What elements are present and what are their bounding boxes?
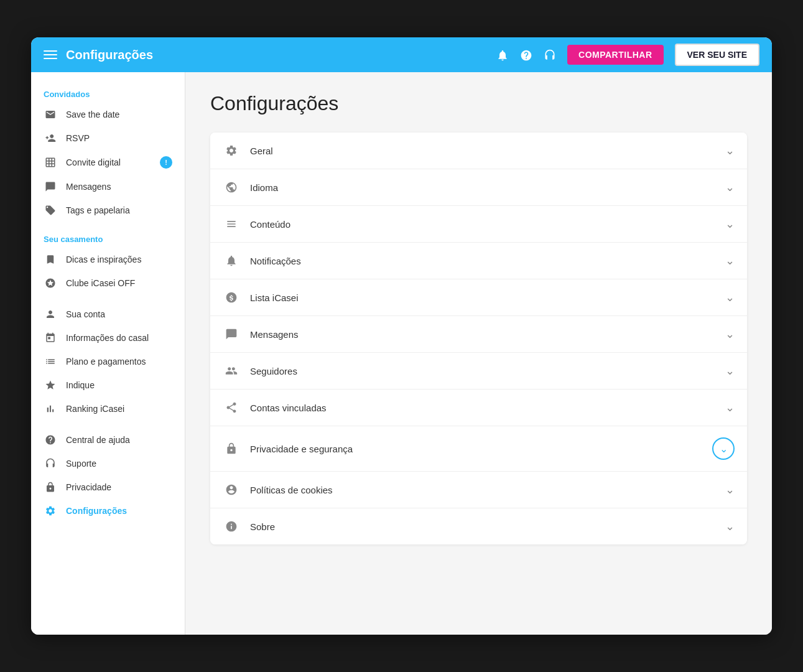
accordion-item-politicas-cookies[interactable]: Políticas de cookies ⌄ [210,472,747,508]
globe-icon [223,181,240,194]
accordion-label: Idioma [250,182,715,193]
calendar-icon [44,332,57,343]
person-circle-icon [223,483,240,496]
star-card-icon [44,278,57,289]
sidebar-section-guests: Convidados [31,85,185,103]
star-icon [44,380,57,391]
sidebar-item-save-the-date[interactable]: Save the date [31,103,185,126]
accordion-label: Lista iCasei [250,292,715,303]
sidebar-item-clube[interactable]: Clube iCasei OFF [31,271,185,295]
accordion-item-contas-vinculadas[interactable]: Contas vinculadas ⌄ [210,390,747,426]
lock-icon [44,482,57,493]
envelope-icon [44,109,57,120]
chat-icon [223,328,240,340]
card-icon [44,157,57,168]
bell-icon[interactable] [496,48,509,62]
accordion-label: Notificações [250,256,715,266]
accordion-item-seguidores[interactable]: Seguidores ⌄ [210,353,747,390]
sidebar-item-central-ajuda[interactable]: Central de ajuda [31,428,185,452]
sidebar-item-conta[interactable]: Sua conta [31,302,185,326]
sidebar-item-dicas[interactable]: Dicas e inspirações [31,248,185,271]
sidebar-item-label: Convite digital [66,157,151,167]
top-nav: Configurações COMPARTILHAR VER SEU SITE [31,37,772,72]
accordion-item-conteudo[interactable]: Conteúdo ⌄ [210,206,747,243]
chat-icon [44,181,57,192]
chevron-down-icon: ⌄ [725,520,735,533]
person-icon [44,309,57,320]
bar-chart-icon [44,403,57,414]
sidebar-item-label: Central de ajuda [66,435,172,445]
body-layout: Convidados Save the date RSVP Co [31,72,772,635]
sidebar-item-privacidade[interactable]: Privacidade [31,475,185,499]
nav-icons: COMPARTILHAR VER SEU SITE [496,44,759,66]
chevron-down-icon: ⌄ [725,254,735,268]
tag-icon [44,205,57,216]
list-icon [44,356,57,367]
sidebar-item-mensagens[interactable]: Mensagens [31,175,185,198]
accordion-item-notificacoes[interactable]: Notificações ⌄ [210,243,747,279]
chevron-down-circle-icon: ⌄ [712,437,735,460]
sidebar-item-info-casal[interactable]: Informações do casal [31,326,185,350]
sidebar-item-label: Plano e pagamentos [66,357,172,366]
accordion-list: Geral ⌄ Idioma ⌄ Conteúdo [210,133,747,544]
sidebar-item-rsvp[interactable]: RSVP [31,126,185,150]
gear-icon [44,505,57,516]
sidebar: Convidados Save the date RSVP Co [31,72,185,635]
sidebar-item-label: Sua conta [66,309,172,319]
accordion-item-geral[interactable]: Geral ⌄ [210,133,747,169]
view-site-button[interactable]: VER SEU SITE [675,44,759,66]
content-icon [223,218,240,230]
accordion-label: Contas vinculadas [250,403,715,413]
sidebar-item-plano[interactable]: Plano e pagamentos [31,350,185,373]
main-content: Configurações Geral ⌄ Idioma ⌄ [185,72,772,635]
share-button[interactable]: COMPARTILHAR [567,45,664,65]
sidebar-item-ranking[interactable]: Ranking iCasei [31,397,185,421]
accordion-label: Seguidores [250,366,715,376]
accordion-label: Sobre [250,521,715,532]
sidebar-item-label: RSVP [66,133,172,143]
chevron-down-icon: ⌄ [725,327,735,341]
accordion-item-mensagens[interactable]: Mensagens ⌄ [210,316,747,353]
sidebar-item-label: Privacidade [66,482,172,492]
chevron-down-icon: ⌄ [725,364,735,378]
sidebar-item-label: Tags e papelaria [66,205,172,215]
accordion-label: Geral [250,146,715,156]
accordion-item-idioma[interactable]: Idioma ⌄ [210,169,747,206]
chevron-down-icon: ⌄ [725,217,735,231]
app-window: Configurações COMPARTILHAR VER SEU SITE … [31,37,772,635]
hamburger-icon[interactable] [44,50,57,59]
sidebar-item-label: Ranking iCasei [66,404,172,414]
sidebar-item-label: Save the date [66,110,172,119]
help-icon[interactable] [520,48,532,62]
sidebar-item-tags[interactable]: Tags e papelaria [31,198,185,222]
sidebar-item-convite-digital[interactable]: Convite digital ! [31,150,185,175]
sidebar-item-label: Mensagens [66,182,172,192]
sidebar-item-label: Configurações [66,506,172,516]
accordion-item-privacidade-seguranca[interactable]: Privacidade e segurança ⌄ [210,426,747,472]
chevron-down-icon: ⌄ [725,401,735,414]
headset-icon[interactable] [544,48,556,62]
bell-icon [223,254,240,267]
sidebar-item-label: Dicas e inspirações [66,254,172,264]
accordion-item-lista-icasei[interactable]: Lista iCasei ⌄ [210,279,747,316]
accordion-item-sobre[interactable]: Sobre ⌄ [210,508,747,544]
accordion-label: Mensagens [250,329,715,340]
sidebar-item-indique[interactable]: Indique [31,373,185,397]
person-add-icon [44,133,57,144]
sidebar-item-label: Informações do casal [66,333,172,343]
suporte-icon [44,458,57,469]
sidebar-item-label: Clube iCasei OFF [66,278,172,288]
share-icon [223,401,240,414]
bookmark-icon [44,254,57,265]
help-circle-icon [44,434,57,446]
people-icon [223,365,240,377]
chevron-down-icon: ⌄ [725,291,735,304]
lock-icon [223,442,240,455]
sidebar-item-label: Suporte [66,459,172,469]
chevron-down-icon: ⌄ [725,180,735,194]
page-title: Configurações [210,92,747,115]
accordion-label: Políticas de cookies [250,485,715,495]
chevron-down-icon: ⌄ [725,144,735,157]
sidebar-item-suporte[interactable]: Suporte [31,452,185,475]
sidebar-item-configuracoes[interactable]: Configurações [31,499,185,523]
